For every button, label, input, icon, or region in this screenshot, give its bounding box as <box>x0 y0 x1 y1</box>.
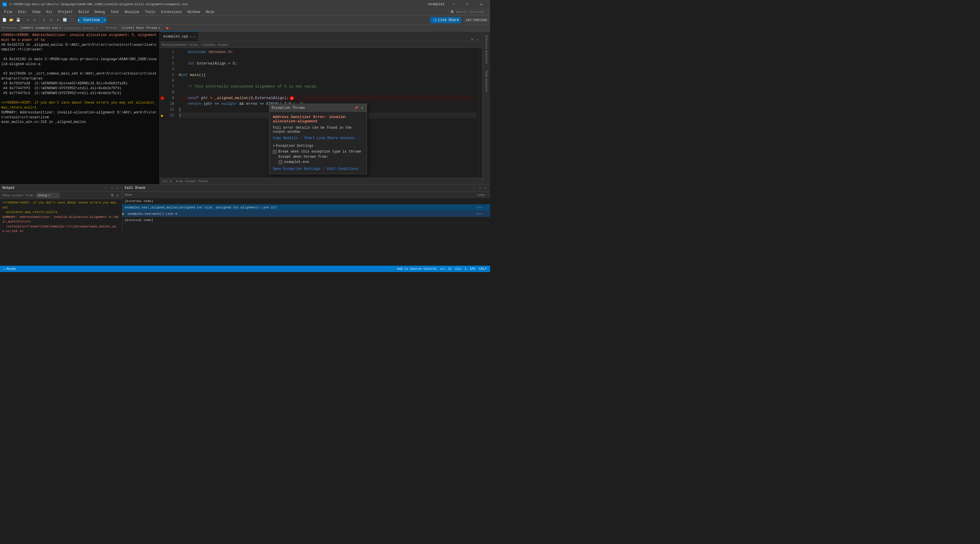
except-when-section: Except when thrown from: example1.exe <box>278 155 363 164</box>
callstack-row-external1[interactable]: [External Code] <box>123 198 490 204</box>
debug-step-over[interactable]: ⤵ <box>41 17 47 23</box>
exception-pin-btn[interactable]: 📌 <box>354 106 359 110</box>
close-button[interactable]: ✕ <box>475 0 488 9</box>
menu-test[interactable]: Test <box>108 9 122 16</box>
maximize-button[interactable]: □ <box>461 0 474 9</box>
debug-stop[interactable]: ⬛ <box>68 17 75 23</box>
terminal-line: #0 0x161723 in _aligned_malloc D:\A01\_w… <box>1 43 158 52</box>
break-when-checkbox[interactable]: ✓ <box>273 150 277 154</box>
start-live-share-link[interactable]: Start Live Share session... <box>304 136 360 140</box>
continue-dropdown-arrow[interactable]: ▾ <box>102 17 107 23</box>
minimize-button[interactable]: ─ <box>447 0 460 9</box>
menu-debug[interactable]: Debug <box>92 9 108 16</box>
example1-checkbox[interactable] <box>278 160 282 164</box>
editor-scrollbar[interactable] <box>479 48 482 178</box>
terminal-panel: =59984==ERROR: AddressSanitizer: invalid… <box>0 32 160 184</box>
callstack-title: Call Stack <box>125 186 145 190</box>
output-line: allocator_may_return_null=1 <box>2 210 120 215</box>
save-btn[interactable]: 💾 <box>15 17 21 23</box>
editor-split-btn[interactable]: ⊞ <box>470 37 475 41</box>
code-line-7: // this externally calculated alignment … <box>179 84 476 89</box>
edit-conditions-link[interactable]: Edit Conditions <box>327 167 358 171</box>
col-value: Col: 1 <box>455 267 466 270</box>
output-filter-btn[interactable]: ⚙ <box>115 193 120 198</box>
exception-links: Copy Details | Start Live Share session.… <box>273 136 363 140</box>
menu-window[interactable]: Window <box>185 9 203 16</box>
debug-restart[interactable]: 🔄 <box>62 17 68 23</box>
exception-close-btn[interactable]: ✕ <box>360 106 364 110</box>
menu-file[interactable]: File <box>1 9 15 16</box>
continue-button[interactable]: ▶ Continue ▾ <box>78 17 107 23</box>
menu-analyze[interactable]: Analyze <box>122 9 142 16</box>
status-spaces[interactable]: SPC <box>469 267 477 270</box>
encoding-value: CRLF <box>479 267 487 270</box>
title-path: C:\MSDN\cpp-docs-pr\docs\c-language\ASAN… <box>9 3 426 6</box>
new-file-btn[interactable]: 📄 <box>1 17 8 23</box>
live-share-icon: 👥 <box>433 18 437 22</box>
breadcrumb-scope: (Global Scope) <box>202 43 229 47</box>
output-clear-btn[interactable]: 🗑 <box>110 193 115 198</box>
debug-step-out[interactable]: ⬆ <box>55 17 61 23</box>
redo-btn[interactable]: ↪ <box>31 17 38 23</box>
callstack-close-btn[interactable]: ✕ <box>483 186 488 190</box>
exception-settings-header[interactable]: ▾ Exception Settings <box>273 144 363 148</box>
output-line: SUMMARY: AddressSanitizer: invalid-alloc… <box>2 215 120 224</box>
callstack-row-main[interactable]: ▶ example1.exe!main() Line 9 C++ <box>123 211 490 217</box>
breakpoint-gutter: ▶ <box>160 48 165 178</box>
callstack-row-aligned-malloc[interactable]: example1.exe!_aligned_malloc(unsigned in… <box>123 204 490 211</box>
thread-dropdown[interactable]: [11204] Main Thread ▾ <box>120 25 162 31</box>
tab-close-btn[interactable]: ✕ <box>193 35 195 38</box>
output-maximize-btn[interactable]: □ <box>109 186 114 190</box>
open-folder-btn[interactable]: 📂 <box>8 17 14 23</box>
callstack-maximize-btn[interactable]: □ <box>477 186 482 190</box>
menu-build[interactable]: Build <box>75 9 92 16</box>
exception-bottom-links: Open Exception Settings | Edit Condition… <box>273 167 363 171</box>
example1-row: example1.exe <box>278 160 363 164</box>
line-numbers: 1 2 3 4 5 6 7 8 9 10 11 12 <box>165 48 177 178</box>
callstack-row-external2[interactable]: [External Code] <box>123 217 490 223</box>
status-encoding[interactable]: CRLF <box>478 267 488 270</box>
callstack-minimize-btn[interactable]: − <box>472 186 476 190</box>
menu-search-box[interactable]: 🔍 Search (Ctrl+Q) <box>449 9 489 15</box>
search-icon: 🔍 <box>451 10 455 14</box>
menu-tools[interactable]: Tools <box>142 9 158 16</box>
editor-area: example1.cpp ● ✕ ⊞ ⋯ Miscellaneous Files… <box>160 32 482 184</box>
team-explorer-icon[interactable]: Team Explorer <box>484 68 488 95</box>
editor-more-btn[interactable]: ⋯ <box>475 37 480 41</box>
output-close-btn[interactable]: ✕ <box>115 186 120 190</box>
undo-btn[interactable]: ↩ <box>24 17 31 23</box>
breadcrumb-sep: › <box>199 43 201 47</box>
menu-project[interactable]: Project <box>55 9 75 16</box>
debug-step-into[interactable]: ⬇ <box>48 17 54 23</box>
code-line-1: #include <Windows.h> <box>179 49 476 55</box>
copy-details-link[interactable]: Copy Details <box>273 136 298 140</box>
breakpoint-dot[interactable] <box>161 96 164 100</box>
open-settings-link[interactable]: Open Exception Settings <box>273 167 321 171</box>
process-dropdown[interactable]: [50984] example1.exe ▾ <box>19 25 63 31</box>
window-title: example1 <box>428 2 445 6</box>
live-share-button[interactable]: 👥 Live Share <box>430 17 461 23</box>
output-minimize-btn[interactable]: − <box>103 186 108 190</box>
menu-view[interactable]: View <box>29 9 43 16</box>
output-toolbar-btns: 🗑 ⚙ <box>110 193 120 198</box>
break-when-label: Break when this exception type is thrown <box>278 150 361 154</box>
status-ln[interactable]: Ln: 12 <box>439 267 453 270</box>
status-add-source[interactable]: Add to Source Control <box>396 267 438 270</box>
status-col[interactable]: Col: 1 <box>454 267 468 270</box>
menu-edit[interactable]: Edit <box>15 9 29 16</box>
no-issues: ● No issues found <box>176 180 208 183</box>
menu-help[interactable]: Help <box>203 9 217 16</box>
menu-git[interactable]: Git <box>43 9 55 16</box>
check-icon: ● <box>176 180 178 183</box>
exception-title: Exception Thrown <box>272 106 305 110</box>
menu-extensions[interactable]: Extensions <box>158 9 185 16</box>
breakpoint-9 <box>160 95 165 101</box>
solution-explorer-icon[interactable]: Solution Explorer <box>484 33 488 67</box>
output-header-btns: − □ ✕ <box>103 186 120 190</box>
right-sidebar: Solution Explorer Team Explorer <box>482 32 490 184</box>
status-ready[interactable]: ✓ Ready <box>2 267 17 271</box>
thread-dropdown-arrow: ▾ <box>158 26 160 30</box>
debug-position-arrow: ▶ <box>161 113 164 118</box>
tab-example1-cpp[interactable]: example1.cpp ● ✕ <box>160 31 199 41</box>
output-dropdown[interactable]: Debug ▾ <box>36 193 59 198</box>
